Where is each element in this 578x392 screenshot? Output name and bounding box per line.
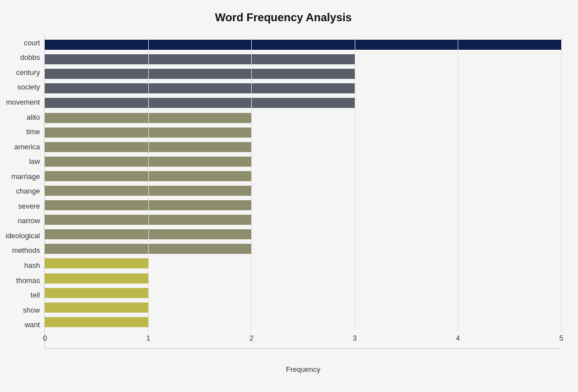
x-tick: 3 xyxy=(353,334,356,342)
plot-area: Frequency 012345 xyxy=(44,35,561,349)
y-label: show xyxy=(6,306,40,314)
y-label: marriage xyxy=(6,173,40,180)
x-tick: 4 xyxy=(456,334,460,342)
x-tick: 5 xyxy=(559,334,563,342)
bar-row xyxy=(45,170,561,182)
bar xyxy=(45,215,251,225)
bar xyxy=(45,127,251,138)
bar xyxy=(45,54,355,64)
y-label: want xyxy=(6,321,40,328)
bar xyxy=(45,229,251,239)
x-tick: 0 xyxy=(43,334,47,342)
bar xyxy=(45,258,148,268)
bar-row xyxy=(45,243,561,255)
chart-title: Word Frequency Analysis xyxy=(6,11,561,24)
y-label: america xyxy=(6,143,40,150)
x-axis-label: Frequency xyxy=(286,365,320,374)
bar xyxy=(45,83,355,93)
bar-row xyxy=(45,228,561,240)
y-label: century xyxy=(6,69,40,76)
bar-row xyxy=(45,53,561,65)
bar-row xyxy=(45,112,561,124)
bar xyxy=(45,317,148,327)
y-label: ideological xyxy=(6,232,40,239)
y-label: court xyxy=(6,39,40,46)
bar xyxy=(45,142,251,152)
y-label: dobbs xyxy=(6,54,40,61)
bar xyxy=(45,200,251,210)
bar xyxy=(45,244,251,254)
y-label: hash xyxy=(6,262,40,269)
chart-container: Word Frequency Analysis courtdobbscentur… xyxy=(0,0,578,392)
x-tick: 1 xyxy=(146,334,150,342)
bar-row xyxy=(45,141,561,153)
bar-row xyxy=(45,257,561,270)
bar-row xyxy=(45,301,561,314)
bar-row xyxy=(45,272,561,285)
bar-row xyxy=(45,199,561,211)
bar-row xyxy=(45,82,561,95)
y-label: society xyxy=(6,83,40,91)
grid-line xyxy=(561,35,562,332)
x-tick: 2 xyxy=(250,334,253,342)
bar-row xyxy=(45,39,561,51)
y-label: time xyxy=(6,128,40,135)
y-label: tell xyxy=(6,291,40,299)
bar-row xyxy=(45,185,561,197)
bar xyxy=(45,186,251,196)
y-label: narrow xyxy=(6,217,40,224)
y-label: thomas xyxy=(6,277,40,284)
bar-row xyxy=(45,316,561,328)
y-label: change xyxy=(6,187,40,195)
y-label: alito xyxy=(6,114,40,121)
y-label: law xyxy=(6,158,40,165)
bar xyxy=(45,113,251,123)
bar xyxy=(45,171,251,181)
bar xyxy=(45,288,148,298)
bars-wrapper xyxy=(45,35,561,332)
bar xyxy=(45,98,355,108)
bar xyxy=(45,69,355,79)
y-labels: courtdobbscenturysocietymovementalitotim… xyxy=(6,35,44,349)
bar-row xyxy=(45,68,561,80)
bar-row xyxy=(45,287,561,299)
bar-row xyxy=(45,155,561,168)
bar-row xyxy=(45,126,561,139)
x-axis: Frequency 012345 xyxy=(45,332,561,348)
bar xyxy=(45,273,148,284)
bar-row xyxy=(45,97,561,109)
bar xyxy=(45,157,251,167)
y-label: methods xyxy=(6,247,40,254)
bar-row xyxy=(45,214,561,226)
y-label: movement xyxy=(6,98,40,106)
y-label: severe xyxy=(6,202,40,210)
chart-area: courtdobbscenturysocietymovementalitotim… xyxy=(6,35,561,349)
bar xyxy=(45,303,148,313)
bar xyxy=(45,40,561,50)
